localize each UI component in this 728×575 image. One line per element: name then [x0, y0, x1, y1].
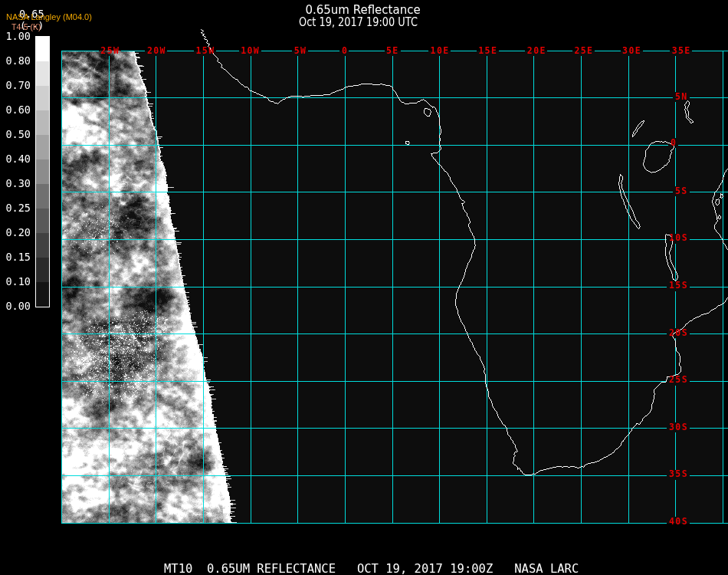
colorbar-step — [36, 86, 49, 110]
satellite-map-rendering — [0, 0, 728, 575]
colorbar-tick-label: 0.60 — [5, 105, 31, 116]
colorbar-tick-label: 1.00 — [5, 31, 31, 42]
aux-product-label: T4-5 (K) — [11, 22, 41, 31]
colorbar-step — [36, 61, 49, 86]
colorbar-tick-label: 0.15 — [5, 252, 31, 263]
colorbar-step — [36, 184, 49, 209]
satellite-product-image: 25W20W15W10W5W05E10E15E20E25E30E35E5N05S… — [0, 0, 728, 575]
colorbar-tick-label: 0.50 — [5, 130, 31, 140]
colorbar-tick-label: 0.70 — [5, 80, 31, 91]
colorbar-step — [36, 110, 49, 135]
colorbar-step — [36, 209, 49, 233]
title-block: 0.65um Reflectance Oct 19, 2017 19:00 UT… — [0, 4, 726, 28]
colorbar-step — [36, 282, 49, 307]
colorbar-tick-label: 0.20 — [5, 228, 31, 238]
colorbar-step — [36, 135, 49, 159]
colorbar-tick-label: 0.25 — [5, 203, 31, 214]
colorbar-step — [36, 159, 49, 184]
footer-caption: MT10 0.65UM REFLECTANCE OCT 19, 2017 19:… — [164, 562, 579, 575]
colorbar-tick-label: 0.10 — [5, 277, 31, 288]
colorbar-step — [36, 233, 49, 258]
colorbar-tick-label: 0.30 — [5, 179, 31, 189]
colorbar-tick-label: 0.00 — [5, 301, 31, 312]
colorbar-step — [36, 37, 49, 61]
colorbar-tick-label: 0.40 — [5, 154, 31, 165]
colorbar-step — [36, 258, 49, 282]
colorbar-tick-label: 0.80 — [5, 56, 31, 67]
page-datetime: Oct 19, 2017 19:00 UTC — [46, 16, 670, 28]
source-label: NASA Langley (M04.0) — [6, 12, 92, 21]
colorbar — [35, 36, 50, 307]
page-title: 0.65um Reflectance — [0, 4, 726, 16]
